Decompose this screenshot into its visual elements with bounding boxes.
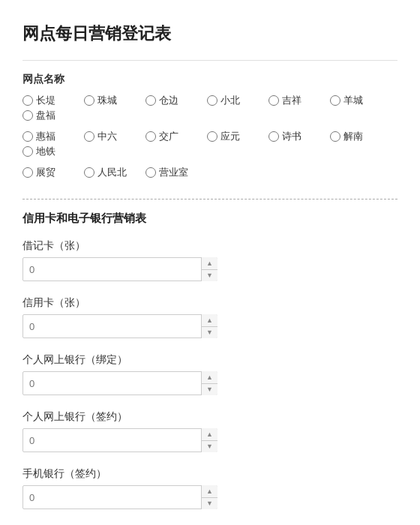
network-section-label: 网点名称 [22,73,398,86]
radio-yingyuan[interactable] [207,131,218,142]
marketing-section-title: 信用卡和电子银行营销表 [22,212,398,226]
radio-jienan[interactable] [330,131,340,142]
radio-label-shishu: 诗书 [282,130,302,143]
network-radio-group: 长堤 珠城 仓边 小北 吉祥 羊城 盘福 惠福 [22,94,398,184]
radio-item-xiaobei[interactable]: 小北 [207,94,267,107]
radio-item-zhucheng[interactable]: 珠城 [84,94,144,107]
radio-label-yangcheng: 羊城 [344,94,363,107]
field-debit-card: 借记卡（张） ▲ ▼ [22,239,398,281]
radio-row-2: 惠福 中六 交广 应元 诗书 解南 地铁 [22,130,398,158]
debit-card-spin-down[interactable]: ▼ [202,270,218,282]
radio-item-zhanhui[interactable]: 展贸 [22,166,82,179]
debit-card-input-wrapper: ▲ ▼ [22,257,218,281]
radio-cangbian[interactable] [146,95,156,106]
radio-label-ditie: 地铁 [36,145,56,158]
radio-renmibei[interactable] [84,167,94,178]
credit-card-spin-down[interactable]: ▼ [202,327,218,339]
radio-label-cangbian: 仓边 [159,94,178,107]
personal-bank-sign-label: 个人网上银行（签约） [22,410,398,424]
personal-bank-bind-spin-down[interactable]: ▼ [202,384,218,396]
personal-bank-sign-input-wrapper: ▲ ▼ [22,428,218,452]
radio-item-jienan[interactable]: 解南 [330,130,390,143]
personal-bank-bind-input[interactable] [22,371,218,395]
radio-xiaobei[interactable] [207,95,218,106]
mobile-bank-sign-spin-down[interactable]: ▼ [202,498,218,510]
mobile-bank-sign-input-wrapper: ▲ ▼ [22,485,218,509]
radio-row-3: 展贸 人民北 营业室 [22,166,398,179]
top-divider [22,60,398,61]
mobile-bank-sign-label: 手机银行（签约） [22,467,398,481]
radio-item-yingyeshi[interactable]: 营业室 [146,166,206,179]
radio-label-zhanhui: 展贸 [36,166,56,179]
section-divider [22,199,398,200]
radio-shishu[interactable] [268,131,279,142]
field-credit-card: 信用卡（张） ▲ ▼ [22,296,398,338]
personal-bank-bind-spin: ▲ ▼ [201,371,218,395]
radio-item-panfu[interactable]: 盘福 [22,109,82,122]
personal-bank-bind-spin-up[interactable]: ▲ [202,371,218,384]
radio-item-cangbian[interactable]: 仓边 [146,94,206,107]
debit-card-input[interactable] [22,257,218,281]
radio-jixiang[interactable] [268,95,279,106]
personal-bank-sign-spin-up[interactable]: ▲ [202,428,218,441]
personal-bank-bind-input-wrapper: ▲ ▼ [22,371,218,395]
radio-label-zhongliu: 中六 [98,130,117,143]
personal-bank-sign-spin: ▲ ▼ [201,428,218,452]
radio-item-changdi[interactable]: 长堤 [22,94,82,107]
page-title: 网点每日营销登记表 [22,22,398,45]
credit-card-spin-up[interactable]: ▲ [202,314,218,327]
debit-card-spin-up[interactable]: ▲ [202,257,218,270]
personal-bank-sign-spin-down[interactable]: ▼ [202,441,218,453]
radio-label-changdi: 长堤 [36,94,56,107]
personal-bank-sign-input[interactable] [22,428,218,452]
radio-zhucheng[interactable] [84,95,94,106]
radio-yangcheng[interactable] [330,95,340,106]
radio-item-shishu[interactable]: 诗书 [268,130,328,143]
radio-row-1: 长堤 珠城 仓边 小北 吉祥 羊城 盘福 [22,94,398,122]
field-personal-bank-sign: 个人网上银行（签约） ▲ ▼ [22,410,398,452]
credit-card-input-wrapper: ▲ ▼ [22,314,218,338]
radio-huifu[interactable] [22,131,33,142]
debit-card-label: 借记卡（张） [22,239,398,253]
radio-item-renmibei[interactable]: 人民北 [84,166,144,179]
radio-label-yingyeshi: 营业室 [159,166,188,179]
mobile-bank-sign-input[interactable] [22,485,218,509]
credit-card-label: 信用卡（张） [22,296,398,310]
radio-label-renmibei: 人民北 [98,166,127,179]
credit-card-input[interactable] [22,314,218,338]
radio-item-yingyuan[interactable]: 应元 [207,130,267,143]
radio-changdi[interactable] [22,95,33,106]
radio-ditie[interactable] [22,146,33,157]
radio-item-jiaoguan[interactable]: 交广 [146,130,206,143]
radio-item-ditie[interactable]: 地铁 [22,145,82,158]
radio-zhanhui[interactable] [22,167,33,178]
radio-label-panfu: 盘福 [36,109,56,122]
personal-bank-bind-label: 个人网上银行（绑定） [22,353,398,367]
field-personal-bank-bind: 个人网上银行（绑定） ▲ ▼ [22,353,398,395]
field-mobile-bank-sign: 手机银行（签约） ▲ ▼ [22,467,398,509]
radio-yingyeshi[interactable] [146,167,156,178]
radio-label-jienan: 解南 [344,130,363,143]
mobile-bank-sign-spin: ▲ ▼ [201,485,218,509]
radio-item-yangcheng[interactable]: 羊城 [330,94,390,107]
radio-item-zhongliu[interactable]: 中六 [84,130,144,143]
radio-label-zhucheng: 珠城 [98,94,117,107]
radio-jiaoguan[interactable] [146,131,156,142]
radio-label-huifu: 惠福 [36,130,56,143]
debit-card-spin: ▲ ▼ [201,257,218,281]
radio-item-huifu[interactable]: 惠福 [22,130,82,143]
credit-card-spin: ▲ ▼ [201,314,218,338]
radio-panfu[interactable] [22,110,33,121]
radio-label-jiaoguan: 交广 [159,130,178,143]
mobile-bank-sign-spin-up[interactable]: ▲ [202,485,218,498]
radio-label-jixiang: 吉祥 [282,94,302,107]
radio-item-jixiang[interactable]: 吉祥 [268,94,328,107]
radio-label-xiaobei: 小北 [220,94,240,107]
radio-label-yingyuan: 应元 [220,130,240,143]
radio-zhongliu[interactable] [84,131,94,142]
